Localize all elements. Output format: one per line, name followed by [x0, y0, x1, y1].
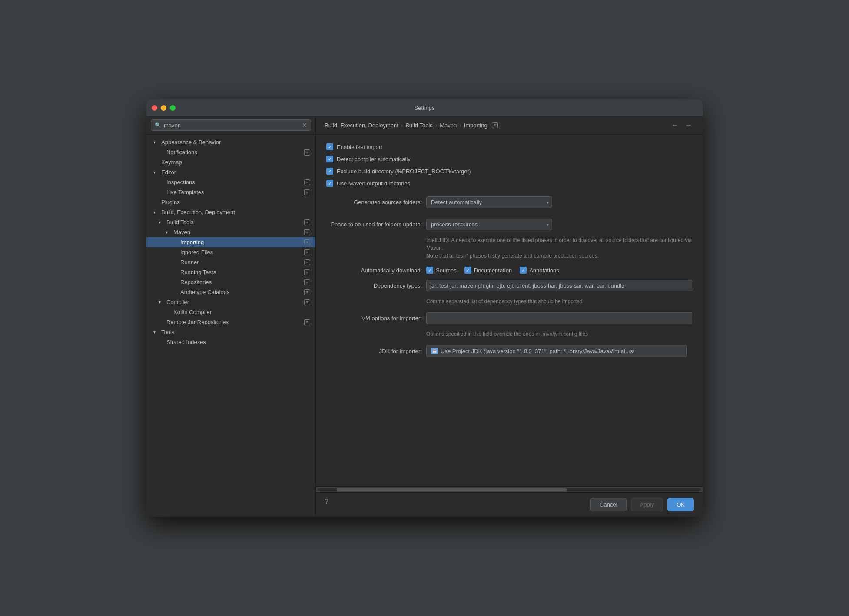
- page-icon: ≡: [304, 189, 310, 195]
- horizontal-scrollbar[interactable]: [316, 486, 703, 492]
- minimize-button[interactable]: [161, 105, 166, 111]
- breadcrumb-part-3: Maven: [440, 122, 457, 129]
- forward-button[interactable]: →: [683, 120, 694, 130]
- breadcrumb-page-icon: ≡: [492, 122, 498, 128]
- sidebar-item-build-tools[interactable]: ▾ Build Tools ≡: [146, 217, 315, 227]
- sidebar-item-notifications[interactable]: Notifications ≡: [146, 147, 315, 157]
- collapse-arrow: ▾: [159, 220, 164, 225]
- collapse-arrow: ▾: [159, 300, 164, 305]
- apply-button[interactable]: Apply: [631, 498, 663, 511]
- breadcrumb-part-2: Build Tools: [405, 122, 433, 129]
- scrollbar-track: [318, 488, 701, 491]
- page-icon: ≡: [304, 279, 310, 285]
- clear-search-button[interactable]: ✕: [302, 122, 307, 129]
- collapse-arrow: ▾: [166, 230, 171, 235]
- breadcrumb-sep-2: ›: [435, 122, 437, 129]
- sidebar-item-editor[interactable]: ▾ Editor: [146, 167, 315, 177]
- sidebar-item-shared-indexes[interactable]: Shared Indexes: [146, 337, 315, 347]
- close-button[interactable]: [152, 105, 157, 111]
- sidebar-item-keymap[interactable]: Keymap: [146, 157, 315, 167]
- sidebar-label: Importing: [180, 239, 204, 245]
- page-icon: ≡: [304, 319, 310, 325]
- sidebar-label: Build Tools: [166, 219, 194, 225]
- vm-options-input[interactable]: [426, 312, 692, 324]
- help-icon[interactable]: ?: [325, 498, 328, 511]
- sidebar-item-ignored-files[interactable]: Ignored Files ≡: [146, 247, 315, 257]
- jdk-importer-dropdown[interactable]: ☕ Use Project JDK (java version "1.8.0_3…: [426, 345, 687, 357]
- maximize-button[interactable]: [170, 105, 176, 111]
- titlebar: Settings: [146, 99, 703, 116]
- page-icon: ≡: [304, 289, 310, 295]
- sidebar-item-importing[interactable]: Importing ≡: [146, 237, 315, 247]
- sidebar-label: Ignored Files: [180, 249, 213, 255]
- sources-checkbox-item[interactable]: ✓ Sources: [426, 267, 457, 274]
- breadcrumb: Build, Execution, Deployment › Build Too…: [325, 122, 498, 129]
- generated-sources-row: Generated sources folders: Detect automa…: [326, 196, 692, 208]
- page-icon: ≡: [304, 259, 310, 265]
- sidebar-label: Shared Indexes: [166, 339, 206, 345]
- jdk-value-text: Use Project JDK (java version "1.8.0_371…: [441, 348, 634, 354]
- back-button[interactable]: ←: [670, 120, 680, 130]
- page-icon: ≡: [304, 269, 310, 275]
- generated-sources-dropdown-wrap: Detect automatically Maven model Compile…: [426, 196, 552, 208]
- collapse-arrow: ▾: [153, 210, 159, 215]
- search-input[interactable]: [164, 122, 299, 129]
- sidebar-label: Plugins: [161, 199, 180, 205]
- sidebar-item-runner[interactable]: Runner ≡: [146, 257, 315, 267]
- jdk-importer-row: JDK for importer: ☕ Use Project JDK (jav…: [326, 345, 692, 357]
- sidebar-item-remote-jar[interactable]: Remote Jar Repositories ≡: [146, 317, 315, 327]
- annotations-checkbox-item[interactable]: ✓ Annotations: [520, 267, 559, 274]
- detect-compiler-checkbox[interactable]: ✓: [326, 156, 333, 162]
- phase-row: Phase to be used for folders update: pro…: [326, 219, 692, 230]
- auto-download-row: Automatically download: ✓ Sources ✓ Docu…: [326, 267, 692, 274]
- sidebar-label: Remote Jar Repositories: [166, 319, 229, 325]
- scrollbar-thumb[interactable]: [337, 488, 567, 491]
- sidebar-item-inspections[interactable]: Inspections ≡: [146, 177, 315, 187]
- use-maven-output-label: Use Maven output directories: [337, 180, 410, 187]
- sidebar-item-appearance[interactable]: ▾ Appearance & Behavior: [146, 137, 315, 147]
- sources-label: Sources: [436, 267, 457, 274]
- sidebar-item-tools[interactable]: ▾ Tools: [146, 327, 315, 337]
- sidebar-item-compiler[interactable]: ▾ Compiler ≡: [146, 297, 315, 307]
- sidebar-item-plugins[interactable]: Plugins: [146, 197, 315, 207]
- cancel-button[interactable]: Cancel: [590, 498, 626, 511]
- dependency-types-input[interactable]: [426, 280, 692, 291]
- documentation-checkbox[interactable]: ✓: [464, 267, 471, 274]
- sidebar-item-running-tests[interactable]: Running Tests ≡: [146, 267, 315, 277]
- breadcrumb-sep-3: ›: [459, 122, 461, 129]
- sidebar-label: Live Templates: [166, 189, 204, 195]
- sidebar-item-live-templates[interactable]: Live Templates ≡: [146, 187, 315, 197]
- sidebar-item-build-exec[interactable]: ▾ Build, Execution, Deployment: [146, 207, 315, 217]
- search-icon: 🔍: [155, 122, 161, 128]
- breadcrumb-part-1: Build, Execution, Deployment: [325, 122, 398, 129]
- settings-window: Settings 🔍 ✕ ▾ Appearance & Behavior: [146, 99, 703, 517]
- phase-select[interactable]: process-resources generate-sources proce…: [426, 219, 552, 230]
- documentation-checkbox-item[interactable]: ✓ Documentation: [464, 267, 512, 274]
- enable-fast-import-checkbox[interactable]: ✓: [326, 143, 333, 150]
- traffic-lights: [152, 105, 176, 111]
- generated-sources-label: Generated sources folders:: [326, 199, 422, 205]
- detect-compiler-row: ✓ Detect compiler automatically: [326, 156, 692, 162]
- generated-sources-select[interactable]: Detect automatically Maven model Compile…: [426, 196, 552, 208]
- sidebar-label: Notifications: [166, 149, 197, 156]
- sidebar-item-archetype-catalogs[interactable]: Archetype Catalogs ≡: [146, 287, 315, 297]
- sidebar-item-kotlin-compiler[interactable]: Kotlin Compiler: [146, 307, 315, 317]
- page-icon: ≡: [304, 179, 310, 185]
- sidebar-item-repositories[interactable]: Repositories ≡: [146, 277, 315, 287]
- sidebar-label: Running Tests: [180, 269, 216, 275]
- jdk-importer-label: JDK for importer:: [326, 348, 422, 354]
- auto-download-label: Automatically download:: [326, 267, 422, 274]
- sidebar-item-maven[interactable]: ▾ Maven ≡: [146, 227, 315, 237]
- search-wrap[interactable]: 🔍 ✕: [151, 119, 311, 131]
- phase-label: Phase to be used for folders update:: [326, 221, 422, 228]
- sidebar-label: Kotlin Compiler: [173, 309, 212, 315]
- exclude-build-dir-checkbox[interactable]: ✓: [326, 168, 333, 175]
- annotations-checkbox[interactable]: ✓: [520, 267, 527, 274]
- sources-checkbox[interactable]: ✓: [426, 267, 433, 274]
- detect-compiler-label: Detect compiler automatically: [337, 156, 411, 162]
- sidebar-label: Editor: [161, 169, 176, 176]
- use-maven-output-checkbox[interactable]: ✓: [326, 180, 333, 187]
- exclude-build-dir-row: ✓ Exclude build directory (%PROJECT_ROOT…: [326, 168, 692, 175]
- breadcrumb-sep-1: ›: [401, 122, 403, 129]
- ok-button[interactable]: OK: [667, 498, 694, 511]
